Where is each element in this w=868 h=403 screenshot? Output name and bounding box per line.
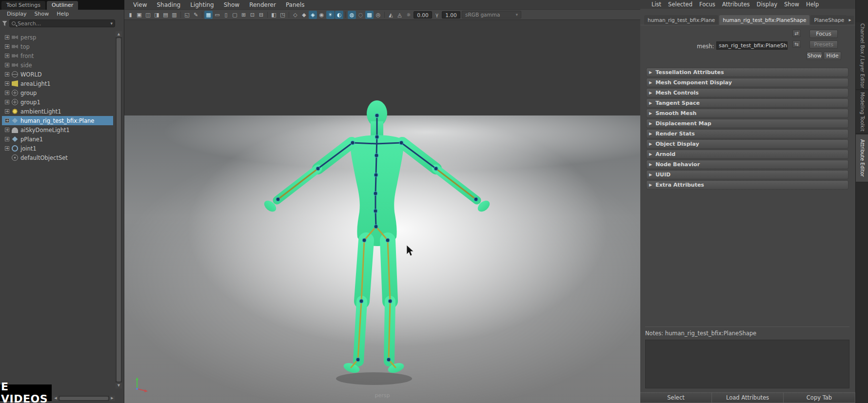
menu-item[interactable]: Display bbox=[4, 11, 30, 17]
attribute-section-header[interactable]: ▶ Object Display bbox=[646, 139, 848, 149]
viewport-canvas[interactable]: persp bbox=[124, 20, 640, 403]
footer-button[interactable]: Load Attributes bbox=[712, 392, 784, 403]
menu-item[interactable]: Lighting bbox=[185, 1, 219, 8]
menu-item[interactable]: Show bbox=[781, 1, 803, 8]
motion-blur-icon[interactable]: ◌ bbox=[356, 11, 365, 19]
ae-node-tab[interactable]: human_rig_test_bfix:PlaneShape bbox=[719, 15, 809, 25]
sidebar-vertical-tab[interactable]: Modeling Toolkit bbox=[856, 91, 868, 134]
expand-toggle[interactable]: + bbox=[5, 44, 9, 49]
scroll-left-icon[interactable]: ◀ bbox=[53, 396, 59, 401]
expand-toggle[interactable]: + bbox=[5, 128, 9, 132]
separator[interactable] bbox=[202, 12, 202, 18]
sidebar-vertical-tab[interactable]: Channel Box / Layer Editor bbox=[856, 22, 868, 90]
gamma-icon[interactable]: γ bbox=[434, 12, 440, 18]
safe-action-icon[interactable]: ⊡ bbox=[248, 11, 256, 19]
tab-scroll-right-icon[interactable]: ▸ bbox=[846, 16, 854, 24]
grease-pencil-icon[interactable]: ✎ bbox=[192, 11, 200, 19]
outliner-item[interactable]: + WORLD bbox=[2, 70, 113, 79]
menu-item[interactable]: Show bbox=[219, 1, 244, 8]
tab-outliner[interactable]: Outliner bbox=[47, 1, 78, 10]
expand-toggle[interactable]: + bbox=[5, 118, 9, 123]
object-details-icon[interactable]: ◳ bbox=[278, 11, 287, 19]
hide-button[interactable]: Hide bbox=[824, 52, 841, 60]
view-transform-dropdown[interactable]: sRGB gamma ▾ bbox=[462, 11, 521, 19]
footer-button[interactable]: Select bbox=[640, 392, 712, 403]
outliner-item[interactable]: + persp bbox=[2, 33, 113, 42]
screen-space-ao-icon[interactable]: ◍ bbox=[348, 11, 356, 19]
attribute-section-header[interactable]: ▶ Mesh Component Display bbox=[646, 78, 848, 87]
resolution-gate-icon[interactable]: ▯ bbox=[222, 11, 230, 19]
scrollbar-thumb[interactable] bbox=[59, 397, 108, 400]
attribute-section-header[interactable]: ▶ Extra Attributes bbox=[646, 180, 848, 190]
isolate-select-icon[interactable]: ◭ bbox=[387, 11, 395, 19]
menu-item[interactable]: Display bbox=[753, 1, 781, 8]
multisample-aa-icon[interactable]: ▩ bbox=[365, 11, 374, 19]
image-plane-icon[interactable]: ▥ bbox=[170, 11, 178, 19]
menu-item[interactable]: Focus bbox=[696, 1, 719, 8]
filter-icon[interactable] bbox=[2, 21, 7, 26]
expand-toggle[interactable]: + bbox=[5, 54, 9, 58]
expand-toggle[interactable]: + bbox=[5, 81, 9, 86]
attribute-section-header[interactable]: ▶ Displacement Map bbox=[646, 119, 848, 128]
separator[interactable] bbox=[289, 12, 289, 18]
expand-toggle[interactable]: + bbox=[5, 100, 9, 104]
outliner-item[interactable]: + ambientLight1 bbox=[2, 107, 113, 116]
hud-icon[interactable]: ◧ bbox=[270, 11, 278, 19]
xray-icon[interactable]: ◬ bbox=[395, 11, 404, 19]
outliner-item[interactable]: + side bbox=[2, 60, 113, 70]
outliner-item[interactable]: + areaLight1 bbox=[2, 79, 113, 88]
expand-toggle[interactable]: + bbox=[5, 146, 9, 151]
shadows-icon[interactable]: ◐ bbox=[335, 11, 343, 19]
outliner-item[interactable]: + aiSkyDomeLight1 bbox=[2, 125, 113, 134]
camera-attributes-icon[interactable]: ◨ bbox=[153, 11, 161, 19]
scene-3d[interactable] bbox=[124, 20, 640, 403]
attribute-section-header[interactable]: ▶ Arnold bbox=[646, 150, 848, 159]
bookmarks-icon[interactable]: ▤ bbox=[161, 11, 170, 19]
gamma-field[interactable]: 1.00 bbox=[442, 11, 460, 19]
outliner-item[interactable]: + group bbox=[2, 88, 113, 97]
footer-button[interactable]: Copy Tab bbox=[784, 392, 855, 403]
attribute-section-header[interactable]: ▶ Render Stats bbox=[646, 129, 848, 138]
film-gate-icon[interactable]: ▭ bbox=[213, 11, 221, 19]
attribute-section-header[interactable]: ▶ Node Behavior bbox=[646, 160, 848, 169]
separator[interactable] bbox=[267, 12, 268, 18]
expand-toggle[interactable]: + bbox=[5, 72, 9, 77]
expand-toggle[interactable]: + bbox=[5, 91, 9, 95]
attribute-section-header[interactable]: ▶ Mesh Controls bbox=[646, 88, 848, 97]
connection-in-out-button[interactable]: ⇄ bbox=[792, 30, 801, 37]
panel-menu-icon[interactable]: ▮ bbox=[126, 11, 135, 19]
outliner-horizontal-scrollbar[interactable]: ◀ ▶ bbox=[53, 396, 115, 401]
depth-of-field-icon[interactable]: ◎ bbox=[374, 11, 382, 19]
attribute-section-header[interactable]: ▶ Smooth Mesh bbox=[646, 109, 848, 118]
outliner-vertical-scrollbar[interactable]: ▲ ▼ bbox=[116, 31, 122, 388]
exposure-field[interactable]: 0.00 bbox=[414, 11, 432, 19]
outliner-item[interactable]: + group1 bbox=[2, 97, 113, 107]
menu-item[interactable]: Attributes bbox=[719, 1, 753, 8]
separator[interactable] bbox=[345, 12, 346, 18]
outliner-item[interactable]: + front bbox=[2, 51, 113, 60]
outliner-item[interactable]: + human_rig_test_bfix:Plane bbox=[2, 116, 113, 125]
menu-item[interactable]: View bbox=[128, 1, 152, 8]
safe-title-icon[interactable]: ⊟ bbox=[257, 11, 265, 19]
notes-textarea[interactable] bbox=[645, 340, 849, 388]
outliner-item[interactable]: + pPlane1 bbox=[2, 134, 113, 144]
menu-item[interactable]: Panels bbox=[281, 1, 310, 8]
menu-item[interactable]: List bbox=[648, 1, 665, 8]
presets-button[interactable]: Presets bbox=[809, 40, 838, 49]
separator[interactable] bbox=[180, 12, 181, 18]
2d-pan-zoom-icon[interactable]: ◱ bbox=[183, 11, 191, 19]
camera-select-icon[interactable]: ▣ bbox=[135, 11, 143, 19]
chevron-down-icon[interactable]: ▾ bbox=[110, 21, 113, 26]
camera-lock-icon[interactable]: ◫ bbox=[144, 11, 152, 19]
focus-button[interactable]: Focus bbox=[809, 30, 838, 38]
scrollbar-thumb[interactable] bbox=[117, 38, 121, 382]
outliner-item[interactable]: defaultObjectSet bbox=[2, 153, 113, 162]
attribute-section-header[interactable]: ▶ UUID bbox=[646, 170, 848, 179]
exposure-icon[interactable]: ☼ bbox=[405, 12, 412, 18]
scroll-down-icon[interactable]: ▼ bbox=[116, 383, 122, 388]
menu-item[interactable]: Shading bbox=[152, 1, 185, 8]
tab-tool-settings[interactable]: Tool Settings bbox=[1, 1, 45, 10]
gate-mask-icon[interactable]: ▢ bbox=[231, 11, 239, 19]
shaded-icon[interactable]: ◆ bbox=[300, 11, 308, 19]
field-chart-icon[interactable]: ⊞ bbox=[239, 11, 248, 19]
